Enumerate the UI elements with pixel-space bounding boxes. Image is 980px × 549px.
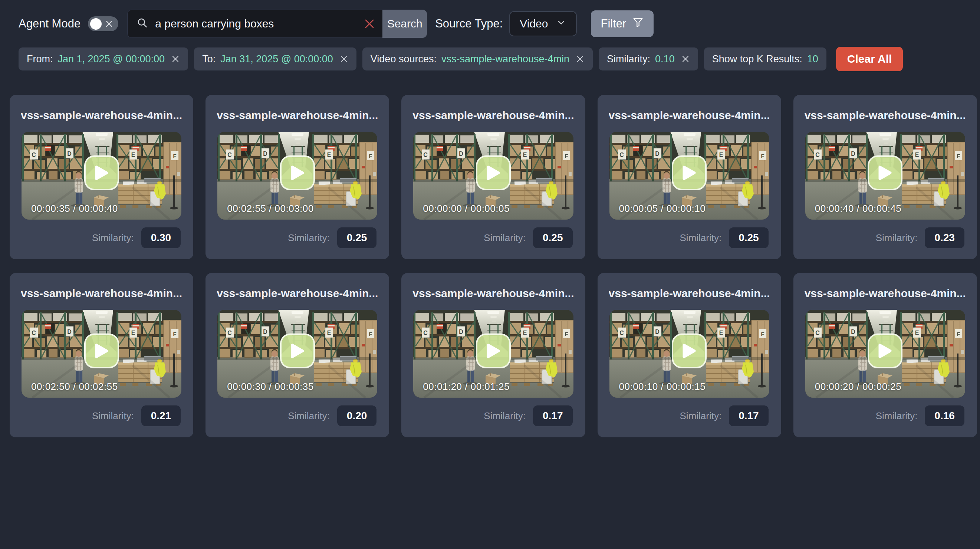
timecode-overlay: 00:01:20 / 00:01:25 [423,381,510,393]
similarity-row: Similarity: 0.25 [680,228,768,248]
video-thumbnail[interactable]: 00:00:20 / 00:00:25 [805,310,965,398]
filter-chip-label: From: [27,53,53,65]
filter-chip-value: 0.10 [655,53,675,65]
play-button[interactable] [280,334,315,368]
filter-chip-label: To: [202,53,215,65]
timecode-overlay: 00:00:30 / 00:00:35 [227,381,314,393]
remove-filter-icon[interactable] [576,54,585,64]
similarity-score-badge: 0.25 [533,228,573,248]
video-result-card[interactable]: vss-sample-warehouse-4min... 00:02:55 / … [205,95,389,259]
similarity-row: Similarity: 0.23 [876,228,964,248]
play-button[interactable] [672,334,706,368]
clear-search-icon[interactable] [364,18,375,29]
video-title: vss-sample-warehouse-4min... [216,109,378,122]
video-result-card[interactable]: vss-sample-warehouse-4min... 00:01:20 / … [401,273,585,438]
filter-chip: From: Jan 1, 2025 @ 00:00:00 [19,48,188,70]
video-title: vss-sample-warehouse-4min... [805,109,966,122]
similarity-label: Similarity: [680,410,722,422]
play-button[interactable] [476,334,511,368]
play-button[interactable] [868,156,902,190]
similarity-score-badge: 0.20 [337,406,377,426]
search-button[interactable]: Search [382,10,427,38]
chevron-down-icon [556,18,566,30]
timecode-overlay: 00:00:05 / 00:00:10 [619,203,706,215]
similarity-row: Similarity: 0.25 [288,228,377,248]
video-thumbnail[interactable]: 00:00:40 / 00:00:45 [805,132,965,220]
search-input-box [127,10,382,38]
x-icon [105,20,113,28]
video-thumbnail[interactable]: 00:00:00 / 00:00:05 [413,132,573,220]
similarity-score-badge: 0.25 [729,228,768,248]
video-result-card[interactable]: vss-sample-warehouse-4min... 00:00:00 / … [401,95,585,259]
timecode-overlay: 00:00:35 / 00:00:40 [31,203,118,215]
video-thumbnail[interactable]: 00:02:55 / 00:03:00 [217,132,377,220]
results-grid: vss-sample-warehouse-4min... 00:00:35 / … [0,95,980,438]
source-type-value: Video [520,18,548,30]
similarity-row: Similarity: 0.17 [680,406,768,426]
play-icon [682,165,696,181]
filter-chip: Show top K Results: 10 [704,48,826,70]
timecode-overlay: 00:00:40 / 00:00:45 [815,203,902,215]
video-result-card[interactable]: vss-sample-warehouse-4min... 00:00:20 / … [794,273,977,438]
filter-button-label: Filter [601,17,626,30]
agent-mode-toggle[interactable] [88,16,118,31]
play-icon [878,165,892,181]
filter-chip-value: 10 [807,53,818,65]
filter-button[interactable]: Filter [591,10,654,37]
similarity-label: Similarity: [876,232,918,244]
filter-chip: Video sources: vss-sample-warehouse-4min [363,48,593,70]
filter-chip-value: Jan 31, 2025 @ 00:00:00 [220,53,333,65]
video-result-card[interactable]: vss-sample-warehouse-4min... 00:00:30 / … [205,273,389,438]
video-thumbnail[interactable]: 00:02:50 / 00:02:55 [22,310,181,398]
clear-all-button[interactable]: Clear All [836,47,903,71]
video-thumbnail[interactable]: 00:01:20 / 00:01:25 [413,310,573,398]
toggle-knob [90,18,102,30]
video-thumbnail[interactable]: 00:00:30 / 00:00:35 [217,310,377,398]
similarity-score-badge: 0.23 [925,228,964,248]
timecode-overlay: 00:00:00 / 00:00:05 [423,203,510,215]
play-icon [95,165,109,181]
video-thumbnail[interactable]: 00:00:05 / 00:00:10 [609,132,769,220]
remove-filter-icon[interactable] [339,54,348,64]
filter-chip-label: Similarity: [607,53,650,65]
agent-mode-control: Agent Mode [19,16,118,31]
remove-filter-icon[interactable] [681,54,690,64]
remove-filter-icon[interactable] [171,54,180,64]
filter-chip: To: Jan 31, 2025 @ 00:00:00 [194,48,356,70]
similarity-label: Similarity: [92,232,134,244]
video-thumbnail[interactable]: 00:00:10 / 00:00:15 [609,310,769,398]
play-button[interactable] [476,156,511,190]
video-result-card[interactable]: vss-sample-warehouse-4min... 00:00:05 / … [598,95,781,259]
source-type-select[interactable]: Video [509,11,577,37]
magnifier-icon [137,17,148,30]
search-input[interactable] [155,18,357,30]
play-icon [486,165,500,181]
play-button[interactable] [84,334,119,368]
video-result-card[interactable]: vss-sample-warehouse-4min... 00:00:40 / … [794,95,977,259]
play-icon [290,165,304,181]
play-icon [290,343,304,359]
play-icon [878,343,892,359]
source-type-label: Source Type: [435,17,503,30]
timecode-overlay: 00:00:10 / 00:00:15 [619,381,706,393]
video-thumbnail[interactable]: 00:00:35 / 00:00:40 [22,132,181,220]
agent-mode-label: Agent Mode [19,17,81,30]
video-result-card[interactable]: vss-sample-warehouse-4min... 00:02:50 / … [10,273,193,438]
similarity-score-badge: 0.17 [729,406,768,426]
video-result-card[interactable]: vss-sample-warehouse-4min... 00:00:35 / … [10,95,193,259]
play-button[interactable] [868,334,902,368]
play-button[interactable] [84,156,119,190]
video-title: vss-sample-warehouse-4min... [216,287,378,300]
similarity-label: Similarity: [484,410,526,422]
play-button[interactable] [280,156,315,190]
similarity-row: Similarity: 0.17 [484,406,572,426]
timecode-overlay: 00:00:20 / 00:00:25 [815,381,902,393]
similarity-label: Similarity: [288,410,330,422]
filter-chip-value: Jan 1, 2025 @ 00:00:00 [58,53,165,65]
active-filters-row: From: Jan 1, 2025 @ 00:00:00 To: Jan 31,… [0,38,980,71]
video-result-card[interactable]: vss-sample-warehouse-4min... 00:00:10 / … [598,273,781,438]
video-title: vss-sample-warehouse-4min... [21,109,182,122]
video-title: vss-sample-warehouse-4min... [609,287,770,300]
play-button[interactable] [672,156,706,190]
similarity-score-badge: 0.21 [141,406,181,426]
